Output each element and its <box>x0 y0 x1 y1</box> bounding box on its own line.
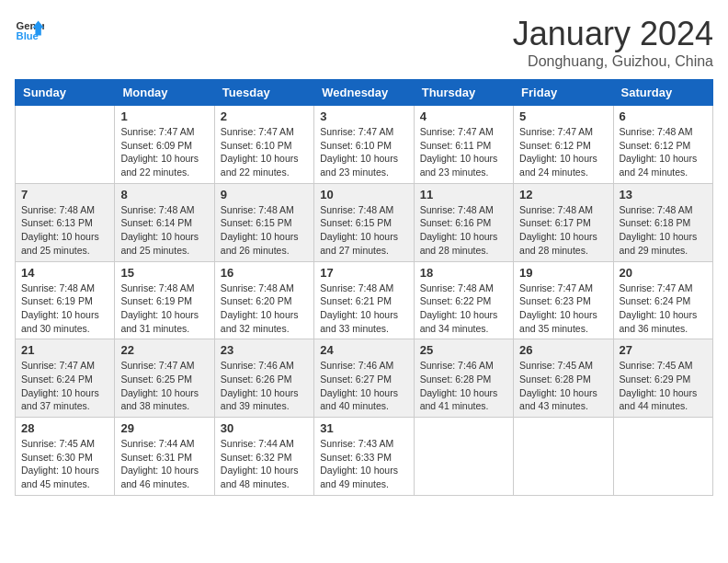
day-info: Sunrise: 7:48 AM Sunset: 6:15 PM Dayligh… <box>320 203 407 258</box>
calendar-cell: 13Sunrise: 7:48 AM Sunset: 6:18 PM Dayli… <box>613 183 712 261</box>
day-number: 2 <box>221 109 308 123</box>
day-number: 18 <box>420 266 507 280</box>
day-info: Sunrise: 7:44 AM Sunset: 6:31 PM Dayligh… <box>120 437 208 491</box>
calendar-cell: 1Sunrise: 7:47 AM Sunset: 6:09 PM Daylig… <box>115 106 214 184</box>
logo-icon: General Blue <box>15 15 44 44</box>
calendar-cell: 11Sunrise: 7:48 AM Sunset: 6:16 PM Dayli… <box>414 183 513 261</box>
day-info: Sunrise: 7:47 AM Sunset: 6:09 PM Dayligh… <box>120 125 208 179</box>
calendar-week-row: 21Sunrise: 7:47 AM Sunset: 6:24 PM Dayli… <box>16 339 713 418</box>
calendar-cell: 8Sunrise: 7:48 AM Sunset: 6:14 PM Daylig… <box>115 183 214 261</box>
calendar-cell: 10Sunrise: 7:48 AM Sunset: 6:15 PM Dayli… <box>314 183 414 261</box>
day-number: 21 <box>21 343 108 357</box>
day-info: Sunrise: 7:46 AM Sunset: 6:26 PM Dayligh… <box>221 359 308 413</box>
day-info: Sunrise: 7:48 AM Sunset: 6:16 PM Dayligh… <box>420 203 507 258</box>
day-number: 14 <box>21 266 108 280</box>
calendar-cell: 18Sunrise: 7:48 AM Sunset: 6:22 PM Dayli… <box>414 261 513 339</box>
calendar-cell: 25Sunrise: 7:46 AM Sunset: 6:28 PM Dayli… <box>414 339 513 418</box>
day-number: 31 <box>320 421 407 435</box>
calendar-cell: 26Sunrise: 7:45 AM Sunset: 6:28 PM Dayli… <box>514 339 613 418</box>
calendar-week-row: 7Sunrise: 7:48 AM Sunset: 6:13 PM Daylig… <box>16 183 713 261</box>
day-number: 30 <box>221 421 308 435</box>
day-info: Sunrise: 7:47 AM Sunset: 6:11 PM Dayligh… <box>420 125 507 179</box>
day-number: 26 <box>519 343 607 357</box>
day-info: Sunrise: 7:48 AM Sunset: 6:12 PM Dayligh… <box>620 125 707 179</box>
day-info: Sunrise: 7:48 AM Sunset: 6:19 PM Dayligh… <box>120 282 208 336</box>
calendar-cell: 16Sunrise: 7:48 AM Sunset: 6:20 PM Dayli… <box>214 261 313 339</box>
day-number: 29 <box>120 421 208 435</box>
day-info: Sunrise: 7:48 AM Sunset: 6:20 PM Dayligh… <box>221 282 308 336</box>
calendar-cell: 22Sunrise: 7:47 AM Sunset: 6:25 PM Dayli… <box>115 339 214 418</box>
day-info: Sunrise: 7:47 AM Sunset: 6:25 PM Dayligh… <box>120 359 208 413</box>
day-info: Sunrise: 7:46 AM Sunset: 6:27 PM Dayligh… <box>320 359 407 413</box>
calendar-cell: 24Sunrise: 7:46 AM Sunset: 6:27 PM Dayli… <box>314 339 414 418</box>
calendar-cell: 14Sunrise: 7:48 AM Sunset: 6:19 PM Dayli… <box>16 261 115 339</box>
day-number: 28 <box>21 421 108 435</box>
calendar-header-row: SundayMondayTuesdayWednesdayThursdayFrid… <box>16 80 713 106</box>
day-number: 17 <box>320 266 407 280</box>
day-info: Sunrise: 7:48 AM Sunset: 6:13 PM Dayligh… <box>21 203 108 258</box>
day-number: 3 <box>320 109 407 123</box>
calendar-cell: 21Sunrise: 7:47 AM Sunset: 6:24 PM Dayli… <box>16 339 115 418</box>
calendar-cell: 7Sunrise: 7:48 AM Sunset: 6:13 PM Daylig… <box>16 183 115 261</box>
day-number: 5 <box>519 109 607 123</box>
page-header: General Blue January 2024 Donghuang, Gui… <box>15 15 713 70</box>
day-info: Sunrise: 7:45 AM Sunset: 6:30 PM Dayligh… <box>21 437 108 491</box>
day-info: Sunrise: 7:48 AM Sunset: 6:17 PM Dayligh… <box>519 203 607 258</box>
calendar-header-tuesday: Tuesday <box>214 80 313 106</box>
calendar-header-sunday: Sunday <box>16 80 115 106</box>
day-number: 20 <box>620 266 707 280</box>
day-info: Sunrise: 7:47 AM Sunset: 6:10 PM Dayligh… <box>320 125 407 179</box>
calendar-cell: 29Sunrise: 7:44 AM Sunset: 6:31 PM Dayli… <box>115 418 214 496</box>
calendar-header-thursday: Thursday <box>414 80 513 106</box>
calendar-cell: 31Sunrise: 7:43 AM Sunset: 6:33 PM Dayli… <box>314 418 414 496</box>
calendar-week-row: 14Sunrise: 7:48 AM Sunset: 6:19 PM Dayli… <box>16 261 713 339</box>
title-section: January 2024 Donghuang, Guizhou, China <box>513 15 713 70</box>
day-info: Sunrise: 7:47 AM Sunset: 6:23 PM Dayligh… <box>519 282 607 336</box>
calendar-header-monday: Monday <box>115 80 214 106</box>
day-number: 11 <box>420 188 507 201</box>
day-info: Sunrise: 7:45 AM Sunset: 6:28 PM Dayligh… <box>519 359 607 413</box>
day-info: Sunrise: 7:48 AM Sunset: 6:14 PM Dayligh… <box>120 203 208 258</box>
day-number: 13 <box>620 188 707 201</box>
month-year-title: January 2024 <box>513 15 713 53</box>
day-info: Sunrise: 7:47 AM Sunset: 6:24 PM Dayligh… <box>620 282 707 336</box>
calendar-cell: 5Sunrise: 7:47 AM Sunset: 6:12 PM Daylig… <box>514 106 613 184</box>
svg-text:Blue: Blue <box>17 30 39 41</box>
calendar-cell: 15Sunrise: 7:48 AM Sunset: 6:19 PM Dayli… <box>115 261 214 339</box>
calendar-cell: 4Sunrise: 7:47 AM Sunset: 6:11 PM Daylig… <box>414 106 513 184</box>
calendar-cell: 12Sunrise: 7:48 AM Sunset: 6:17 PM Dayli… <box>514 183 613 261</box>
calendar-week-row: 1Sunrise: 7:47 AM Sunset: 6:09 PM Daylig… <box>16 106 713 184</box>
calendar-cell: 28Sunrise: 7:45 AM Sunset: 6:30 PM Dayli… <box>16 418 115 496</box>
day-info: Sunrise: 7:46 AM Sunset: 6:28 PM Dayligh… <box>420 359 507 413</box>
day-info: Sunrise: 7:45 AM Sunset: 6:29 PM Dayligh… <box>620 359 707 413</box>
day-number: 9 <box>221 188 308 201</box>
logo: General Blue <box>15 15 44 44</box>
day-info: Sunrise: 7:47 AM Sunset: 6:24 PM Dayligh… <box>21 359 108 413</box>
day-number: 1 <box>120 109 208 123</box>
calendar-cell: 9Sunrise: 7:48 AM Sunset: 6:15 PM Daylig… <box>214 183 313 261</box>
calendar-cell: 23Sunrise: 7:46 AM Sunset: 6:26 PM Dayli… <box>214 339 313 418</box>
day-info: Sunrise: 7:44 AM Sunset: 6:32 PM Dayligh… <box>221 437 308 491</box>
calendar-header-saturday: Saturday <box>613 80 712 106</box>
day-number: 6 <box>620 109 707 123</box>
day-number: 8 <box>120 188 208 201</box>
calendar-cell: 20Sunrise: 7:47 AM Sunset: 6:24 PM Dayli… <box>613 261 712 339</box>
day-number: 12 <box>519 188 607 201</box>
calendar-table: SundayMondayTuesdayWednesdayThursdayFrid… <box>15 79 713 496</box>
calendar-cell: 30Sunrise: 7:44 AM Sunset: 6:32 PM Dayli… <box>214 418 313 496</box>
day-info: Sunrise: 7:48 AM Sunset: 6:22 PM Dayligh… <box>420 282 507 336</box>
day-info: Sunrise: 7:47 AM Sunset: 6:10 PM Dayligh… <box>221 125 308 179</box>
calendar-cell <box>613 418 712 496</box>
day-number: 23 <box>221 343 308 357</box>
day-info: Sunrise: 7:48 AM Sunset: 6:21 PM Dayligh… <box>320 282 407 336</box>
day-number: 25 <box>420 343 507 357</box>
day-info: Sunrise: 7:48 AM Sunset: 6:19 PM Dayligh… <box>21 282 108 336</box>
calendar-cell: 3Sunrise: 7:47 AM Sunset: 6:10 PM Daylig… <box>314 106 414 184</box>
day-number: 7 <box>21 188 108 201</box>
calendar-cell: 19Sunrise: 7:47 AM Sunset: 6:23 PM Dayli… <box>514 261 613 339</box>
day-number: 24 <box>320 343 407 357</box>
calendar-header-friday: Friday <box>514 80 613 106</box>
day-number: 16 <box>221 266 308 280</box>
day-info: Sunrise: 7:47 AM Sunset: 6:12 PM Dayligh… <box>519 125 607 179</box>
day-number: 10 <box>320 188 407 201</box>
